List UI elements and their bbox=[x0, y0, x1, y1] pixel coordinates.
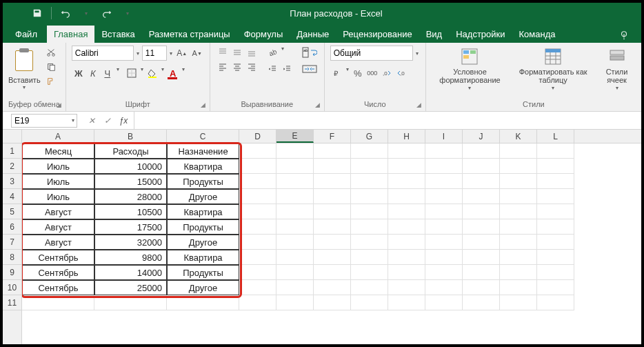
cell-K9[interactable] bbox=[500, 265, 537, 280]
cancel-formula-icon[interactable]: ✕ bbox=[84, 112, 99, 129]
cell-J4[interactable] bbox=[463, 189, 500, 204]
cell-C6[interactable]: Продукты bbox=[167, 219, 239, 235]
conditional-formatting-button[interactable]: Условное форматирование▾ bbox=[432, 46, 508, 93]
cell-D5[interactable] bbox=[239, 204, 276, 219]
cell-G3[interactable] bbox=[351, 174, 388, 189]
cell-I7[interactable] bbox=[425, 235, 463, 250]
cell-J3[interactable] bbox=[463, 174, 500, 189]
cell-I8[interactable] bbox=[425, 250, 463, 265]
cell-D10[interactable] bbox=[239, 280, 276, 295]
bold-button[interactable]: Ж bbox=[72, 66, 85, 80]
cell-L2[interactable] bbox=[537, 159, 574, 174]
cell-J9[interactable] bbox=[463, 265, 500, 280]
cell-A8[interactable]: Сентябрь bbox=[22, 250, 94, 265]
cell-C3[interactable]: Продукты bbox=[167, 174, 239, 189]
cell-J11[interactable] bbox=[463, 295, 500, 310]
tab-team[interactable]: Команда bbox=[512, 26, 563, 43]
cell-G8[interactable] bbox=[351, 250, 388, 265]
cell-G2[interactable] bbox=[351, 159, 388, 174]
cell-C4[interactable]: Другое bbox=[167, 189, 239, 204]
font-name-dropdown-icon[interactable]: ▾ bbox=[135, 50, 141, 57]
number-format-select[interactable] bbox=[330, 46, 413, 61]
cell-C8[interactable]: Квартира bbox=[167, 250, 239, 265]
paste-button[interactable] bbox=[10, 46, 38, 76]
cell-E11[interactable] bbox=[276, 295, 314, 310]
cell-L9[interactable] bbox=[537, 265, 574, 280]
cell-H5[interactable] bbox=[388, 204, 425, 219]
tab-data[interactable]: Данные bbox=[290, 26, 336, 43]
cell-K11[interactable] bbox=[500, 295, 537, 310]
cell-E2[interactable] bbox=[276, 159, 314, 174]
cell-L1[interactable] bbox=[537, 143, 574, 159]
increase-indent-icon[interactable] bbox=[280, 62, 294, 76]
border-icon[interactable] bbox=[125, 66, 139, 80]
cell-A9[interactable]: Сентябрь bbox=[22, 265, 94, 280]
col-header-B[interactable]: B bbox=[94, 130, 167, 143]
increase-font-icon[interactable]: A▲ bbox=[175, 46, 189, 60]
cell-K8[interactable] bbox=[500, 250, 537, 265]
cell-B11[interactable] bbox=[94, 295, 167, 310]
cell-B7[interactable]: 32000 bbox=[94, 235, 167, 250]
cell-I11[interactable] bbox=[425, 295, 463, 310]
name-box[interactable] bbox=[11, 114, 77, 128]
cell-H6[interactable] bbox=[388, 219, 425, 235]
tab-home[interactable]: Главная bbox=[47, 26, 94, 43]
align-left-icon[interactable] bbox=[216, 60, 230, 74]
cell-C7[interactable]: Другое bbox=[167, 235, 239, 250]
qat-customize-icon[interactable]: ▾ bbox=[118, 4, 137, 22]
cell-D2[interactable] bbox=[239, 159, 276, 174]
cell-B9[interactable]: 14000 bbox=[94, 265, 167, 280]
increase-decimal-icon[interactable]: ,0 bbox=[380, 66, 394, 80]
cell-B5[interactable]: 10500 bbox=[94, 204, 167, 219]
merge-center-icon[interactable] bbox=[301, 62, 319, 76]
tab-insert[interactable]: Вставка bbox=[94, 26, 141, 43]
cell-B6[interactable]: 17500 bbox=[94, 219, 167, 235]
enter-formula-icon[interactable]: ✓ bbox=[100, 112, 115, 129]
align-bottom-icon[interactable] bbox=[245, 46, 259, 59]
cell-E8[interactable] bbox=[276, 250, 314, 265]
cell-I10[interactable] bbox=[425, 280, 463, 295]
cell-L4[interactable] bbox=[537, 189, 574, 204]
cell-I3[interactable] bbox=[425, 174, 463, 189]
cell-J6[interactable] bbox=[463, 219, 500, 235]
fill-color-dropdown-icon[interactable]: ▾ bbox=[160, 66, 165, 80]
cell-F3[interactable] bbox=[314, 174, 351, 189]
cell-B4[interactable]: 28000 bbox=[94, 189, 167, 204]
cell-H3[interactable] bbox=[388, 174, 425, 189]
cell-A5[interactable]: Август bbox=[22, 204, 94, 219]
cell-I1[interactable] bbox=[425, 143, 463, 159]
tab-addins[interactable]: Надстройки bbox=[449, 26, 512, 43]
tab-formulas[interactable]: Формулы bbox=[237, 26, 290, 43]
clipboard-launcher-icon[interactable]: ◢ bbox=[54, 100, 64, 110]
cell-F6[interactable] bbox=[314, 219, 351, 235]
cell-D6[interactable] bbox=[239, 219, 276, 235]
format-table-dropdown-icon[interactable]: ▾ bbox=[550, 86, 556, 92]
cell-I4[interactable] bbox=[425, 189, 463, 204]
cell-E10[interactable] bbox=[276, 280, 314, 295]
cell-D11[interactable] bbox=[239, 295, 276, 310]
fx-icon[interactable]: ƒx bbox=[116, 112, 131, 129]
cell-A10[interactable]: Сентябрь bbox=[22, 280, 94, 295]
cell-I9[interactable] bbox=[425, 265, 463, 280]
cut-icon[interactable] bbox=[43, 46, 59, 59]
row-header-5[interactable]: 5 bbox=[3, 204, 21, 219]
font-color-dropdown-icon[interactable]: ▾ bbox=[181, 66, 186, 80]
cond-fmt-dropdown-icon[interactable]: ▾ bbox=[467, 86, 472, 92]
cell-G9[interactable] bbox=[351, 265, 388, 280]
cell-H9[interactable] bbox=[388, 265, 425, 280]
undo-dropdown-icon[interactable]: ▾ bbox=[77, 4, 96, 22]
font-launcher-icon[interactable]: ◢ bbox=[199, 100, 208, 110]
cell-C2[interactable]: Квартира bbox=[167, 159, 239, 174]
wrap-text-icon[interactable]: ab bbox=[301, 46, 319, 59]
tab-review[interactable]: Рецензирование bbox=[336, 26, 419, 43]
cell-J1[interactable] bbox=[463, 143, 500, 159]
cell-K1[interactable] bbox=[500, 143, 537, 159]
name-box-dropdown-icon[interactable]: ▾ bbox=[70, 117, 76, 123]
tab-view[interactable]: Вид bbox=[419, 26, 450, 43]
underline-button[interactable]: Ч bbox=[101, 66, 114, 80]
cell-grid[interactable]: МесяцРасходыНазначениеИюль10000КвартираИ… bbox=[22, 143, 641, 310]
cell-L10[interactable] bbox=[537, 280, 574, 295]
fill-color-icon[interactable] bbox=[145, 66, 159, 80]
decrease-decimal-icon[interactable]: ,0 bbox=[394, 66, 408, 80]
alignment-launcher-icon[interactable]: ◢ bbox=[313, 100, 323, 110]
